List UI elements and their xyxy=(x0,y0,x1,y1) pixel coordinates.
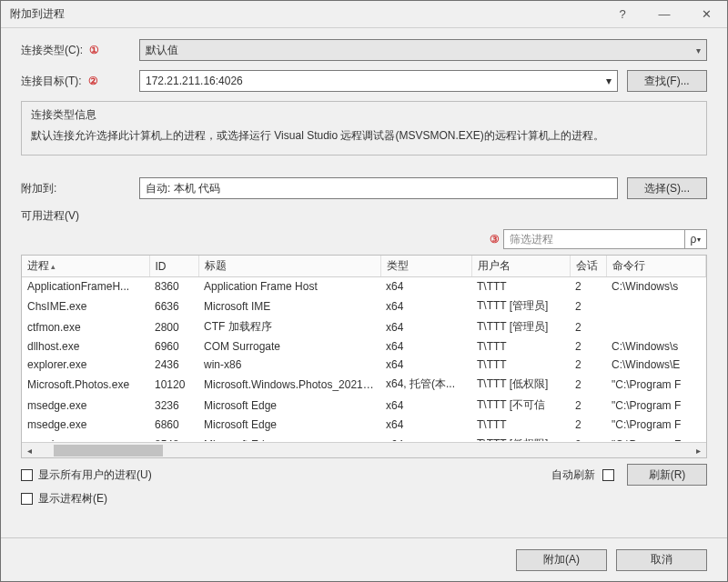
minimize-icon: — xyxy=(659,7,671,21)
attach-to-process-dialog: 附加到进程 ? — ✕ 连接类型(C): ① 默认值 ▾ 连接目标(T): ② … xyxy=(0,0,728,582)
cell-title: Microsoft IME xyxy=(198,296,380,316)
auto-refresh-checkbox[interactable] xyxy=(602,469,614,481)
cell-title: Microsoft Edge xyxy=(198,434,380,441)
horizontal-scrollbar[interactable]: ◂ ▸ xyxy=(22,442,706,457)
cell-session: 2 xyxy=(570,337,606,356)
cell-cmd: "C:\Program F xyxy=(606,434,706,441)
cell-cmd: C:\Windows\s xyxy=(606,277,706,296)
cell-cmd xyxy=(606,316,706,337)
cell-id: 6636 xyxy=(149,296,198,316)
refresh-button[interactable]: 刷新(R) xyxy=(627,464,707,486)
cell-id: 3236 xyxy=(149,395,198,416)
attach-to-field: 自动: 本机 代码 xyxy=(139,177,618,199)
cell-user: T\TTT [管理员] xyxy=(471,296,570,316)
scroll-left-icon[interactable]: ◂ xyxy=(22,443,37,458)
close-icon: ✕ xyxy=(702,7,712,21)
grid-header: 进程▴ ID 标题 类型 用户名 会话 命令行 xyxy=(22,256,706,277)
scroll-thumb[interactable] xyxy=(54,445,163,457)
cell-session: 2 xyxy=(570,374,606,395)
search-icon: ρ xyxy=(691,233,697,246)
cell-title: Microsoft Edge xyxy=(198,395,380,416)
connection-target-input[interactable]: 172.21.211.16:4026 ▾ xyxy=(139,70,618,92)
col-type[interactable]: 类型 xyxy=(380,256,471,277)
marker-3-icon: ③ xyxy=(490,233,500,246)
cell-cmd: C:\Windows\s xyxy=(606,337,706,356)
cell-session: 2 xyxy=(570,296,606,316)
show-tree-label: 显示进程树(E) xyxy=(38,491,107,507)
help-button[interactable]: ? xyxy=(602,1,643,28)
cell-title: COM Surrogate xyxy=(198,337,380,356)
connection-type-info: 连接类型信息 默认连接允许选择此计算机上的进程，或选择运行 Visual Stu… xyxy=(21,101,707,156)
cell-id: 6960 xyxy=(149,337,198,356)
cell-title: Application Frame Host xyxy=(198,277,380,296)
attach-button[interactable]: 附加(A) xyxy=(516,549,607,571)
cell-user: T\TTT [低权限] xyxy=(471,434,570,441)
scroll-right-icon[interactable]: ▸ xyxy=(691,443,706,458)
sort-asc-icon: ▴ xyxy=(51,262,56,271)
show-all-users-checkbox[interactable] xyxy=(21,469,33,481)
select-button[interactable]: 选择(S)... xyxy=(627,177,707,199)
col-id[interactable]: ID xyxy=(149,256,198,277)
cell-type: x64 xyxy=(380,416,471,434)
cell-id: 10120 xyxy=(149,374,198,395)
cell-process: ChsIME.exe xyxy=(22,296,149,316)
filter-dropdown-button[interactable]: ρ▾ xyxy=(685,229,707,249)
process-grid: 进程▴ ID 标题 类型 用户名 会话 命令行 ApplicationFrame… xyxy=(21,255,707,458)
connection-type-value: 默认值 xyxy=(146,43,178,58)
col-session[interactable]: 会话 xyxy=(570,256,606,277)
dialog-footer: 附加(A) 取消 xyxy=(1,537,727,581)
cell-process: Microsoft.Photos.exe xyxy=(22,374,149,395)
cell-user: T\TTT [管理员] xyxy=(471,316,570,337)
table-row[interactable]: explorer.exe2436win-x86x64T\TTT2C:\Windo… xyxy=(22,356,706,374)
cell-cmd: C:\Windows\E xyxy=(606,356,706,374)
col-title[interactable]: 标题 xyxy=(198,256,380,277)
cell-title: Microsoft.Windows.Photos_2021.... xyxy=(198,374,380,395)
minimize-button[interactable]: — xyxy=(643,1,685,28)
grid-body[interactable]: ApplicationFrameH...8360Application Fram… xyxy=(22,277,706,441)
cell-title: win-x86 xyxy=(198,356,380,374)
table-row[interactable]: ApplicationFrameH...8360Application Fram… xyxy=(22,277,706,296)
cell-title: Microsoft Edge xyxy=(198,416,380,434)
table-row[interactable]: Microsoft.Photos.exe10120Microsoft.Windo… xyxy=(22,374,706,395)
cell-session: 2 xyxy=(570,395,606,416)
show-tree-checkbox[interactable] xyxy=(21,493,33,505)
attach-to-value: 自动: 本机 代码 xyxy=(146,181,220,196)
cell-process: ApplicationFrameH... xyxy=(22,277,149,296)
cell-process: msedge.exe xyxy=(22,395,149,416)
connection-type-combo[interactable]: 默认值 ▾ xyxy=(139,39,707,61)
cancel-button[interactable]: 取消 xyxy=(616,549,707,571)
marker-1-icon: ① xyxy=(89,44,99,56)
available-processes-label: 可用进程(V) xyxy=(21,208,707,224)
cell-cmd: "C:\Program F xyxy=(606,374,706,395)
col-cmd[interactable]: 命令行 xyxy=(606,256,706,277)
auto-refresh-label: 自动刷新 xyxy=(551,467,595,483)
table-row[interactable]: dllhost.exe6960COM Surrogatex64T\TTT2C:\… xyxy=(22,337,706,356)
chevron-down-icon: ▾ xyxy=(696,45,701,55)
cell-user: T\TTT xyxy=(471,356,570,374)
cell-cmd: "C:\Program F xyxy=(606,395,706,416)
table-row[interactable]: msedge.exe8548Microsoft Edgex64T\TTT [低权… xyxy=(22,434,706,441)
cell-type: x64 xyxy=(380,434,471,441)
filter-input[interactable]: 筛选进程 xyxy=(503,229,685,249)
close-button[interactable]: ✕ xyxy=(685,1,727,28)
cell-user: T\TTT xyxy=(471,337,570,356)
col-user[interactable]: 用户名 xyxy=(471,256,570,277)
connection-target-label: 连接目标(T): ② xyxy=(21,74,139,89)
table-row[interactable]: ctfmon.exe2800CTF 加载程序x64T\TTT [管理员]2 xyxy=(22,316,706,337)
cell-type: x64 xyxy=(380,337,471,356)
cell-id: 6860 xyxy=(149,416,198,434)
cell-user: T\TTT xyxy=(471,277,570,296)
table-row[interactable]: msedge.exe3236Microsoft Edgex64T\TTT [不可… xyxy=(22,395,706,416)
cell-type: x64 xyxy=(380,395,471,416)
cell-id: 8360 xyxy=(149,277,198,296)
col-process[interactable]: 进程▴ xyxy=(22,256,149,277)
table-row[interactable]: msedge.exe6860Microsoft Edgex64T\TTT2"C:… xyxy=(22,416,706,434)
cell-process: ctfmon.exe xyxy=(22,316,149,337)
table-row[interactable]: ChsIME.exe6636Microsoft IMEx64T\TTT [管理员… xyxy=(22,296,706,316)
cell-session: 2 xyxy=(570,356,606,374)
find-button[interactable]: 查找(F)... xyxy=(627,70,707,92)
cell-session: 2 xyxy=(570,416,606,434)
cell-session: 2 xyxy=(570,316,606,337)
cell-id: 2436 xyxy=(149,356,198,374)
cell-type: x64 xyxy=(380,316,471,337)
